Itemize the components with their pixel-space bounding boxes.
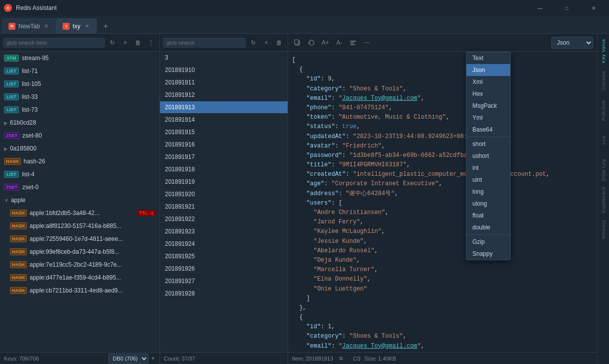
format-select[interactable]: Text Json Xml Hex MsgPack Yml Base64 sho… — [551, 37, 593, 49]
key-name: zset-80 — [22, 132, 155, 139]
member-item[interactable]: 201891917 — [160, 151, 288, 163]
member-item[interactable]: 201891919 — [160, 176, 288, 188]
format-option-msgpack[interactable]: MsgPack — [466, 100, 510, 112]
key-type-badge: STM — [4, 55, 19, 62]
delete-key-button[interactable]: 🗑 — [133, 37, 144, 48]
format-option-snappy[interactable]: Snappy — [466, 248, 510, 260]
member-item[interactable]: 201891916 — [160, 139, 288, 151]
format-option-gzip[interactable]: Gzip — [466, 236, 510, 248]
member-item[interactable]: 201891911 — [160, 76, 288, 89]
mid-add-button[interactable]: + — [261, 37, 272, 48]
member-item[interactable]: 201891912 — [160, 89, 288, 101]
member-item[interactable]: 201891922 — [160, 213, 288, 225]
format-option-int[interactable]: int — [466, 162, 510, 174]
format-option-double[interactable]: double — [466, 221, 510, 233]
list-item[interactable]: LIST list-4 — [0, 168, 159, 181]
menu-button[interactable] — [362, 37, 373, 48]
left-panel: ↻ + 🗑 ⋮ STM stream-95 LIST list-71 LIST … — [0, 34, 160, 364]
minimize-button[interactable]: — — [529, 0, 551, 16]
member-item[interactable]: 201891926 — [160, 263, 288, 275]
key-type-badge: ZSET — [4, 184, 19, 191]
key-type-badge: LIST — [4, 80, 19, 87]
member-item[interactable]: 201891921 — [160, 201, 288, 213]
refresh-content-button[interactable] — [306, 37, 317, 48]
font-increase-button[interactable]: A+ — [320, 37, 331, 48]
copy-button[interactable] — [292, 37, 303, 48]
group-item-apple[interactable]: ▼ apple — [0, 194, 159, 207]
member-item[interactable]: 3 — [160, 52, 288, 64]
group-item[interactable]: ▶ 61b0cd28 — [0, 116, 159, 129]
member-item[interactable]: 201891925 — [160, 250, 288, 263]
format-option-base64[interactable]: Base64 — [466, 124, 510, 136]
member-item[interactable]: 201891927 — [160, 275, 288, 288]
sidebar-pub-sub[interactable]: Pub/Sub — [598, 95, 609, 125]
format-option-uint[interactable]: uint — [466, 174, 510, 186]
member-item[interactable]: 201891910 — [160, 64, 288, 76]
group-item[interactable]: ▶ 0a185800 — [0, 142, 159, 155]
email-link[interactable]: Jacques_Toy@gmail.com — [342, 95, 417, 102]
sidebar-key-value[interactable]: Key Value — [598, 36, 609, 66]
format-toggle-button[interactable] — [348, 37, 359, 48]
format-option-ulong[interactable]: ulong — [466, 198, 510, 210]
sidebar-console[interactable]: Console — [598, 66, 609, 95]
list-item[interactable]: HASH apple:7e119cc5-2bc2-4189-9c7e... — [0, 258, 159, 271]
list-item[interactable]: HASH apple:d477e1ae-f359-4cd4-b895... — [0, 271, 159, 284]
sidebar-dashboard[interactable]: Dashboard — [598, 185, 609, 215]
tab-newtab[interactable]: N NewTab ✕ — [2, 18, 56, 33]
list-item[interactable]: LIST list-71 — [0, 65, 159, 77]
sidebar-memory[interactable]: Memory — [598, 215, 609, 244]
format-option-hex[interactable]: Hex — [466, 88, 510, 100]
list-item[interactable]: LIST list-33 — [0, 90, 159, 103]
svg-point-7 — [365, 42, 366, 43]
format-option-text[interactable]: Text — [466, 52, 510, 64]
member-item[interactable]: 201891915 — [160, 126, 288, 139]
format-option-ushort[interactable]: ushort — [466, 150, 510, 162]
sidebar-lua[interactable]: Lua — [598, 125, 609, 155]
format-option-json[interactable]: Json — [466, 64, 510, 76]
close-button[interactable]: ✕ — [582, 0, 605, 16]
copy-item-button[interactable]: ⧉ — [337, 355, 345, 363]
mid-refresh-button[interactable]: ↻ — [248, 37, 259, 48]
format-option-short[interactable]: short — [466, 138, 510, 150]
sidebar-slow-log[interactable]: Slow Log — [598, 155, 609, 185]
refresh-button[interactable]: ↻ — [107, 37, 118, 48]
list-item[interactable]: HASH apple:1bfd2db5-3a48-42... TTL: -1 — [0, 207, 159, 219]
list-item[interactable]: HASH apple:cb7211bd-3311-4ed8-aed9... — [0, 284, 159, 297]
tab-txy-label: txy — [73, 23, 80, 30]
list-item[interactable]: LIST list-73 — [0, 103, 159, 116]
format-option-xml[interactable]: Xml — [466, 76, 510, 88]
format-option-long[interactable]: long — [466, 186, 510, 198]
search-input[interactable] — [3, 38, 105, 48]
mid-delete-button[interactable]: 🗑 — [274, 37, 285, 48]
add-tab-button[interactable]: + — [99, 19, 113, 33]
list-item[interactable]: HASH apple:99ef8ceb-da73-447a-b5f8... — [0, 245, 159, 258]
list-item[interactable]: HASH apple:a8f81230-5157-416a-b885... — [0, 219, 159, 232]
member-item-selected[interactable]: 201891913 — [160, 101, 288, 114]
member-item[interactable]: 201891914 — [160, 114, 288, 126]
tab-newtab-close[interactable]: ✕ — [43, 23, 50, 30]
item-label: Item: 201891913 — [292, 356, 333, 362]
list-item[interactable]: LIST list-105 — [0, 77, 159, 90]
member-item[interactable]: 201891920 — [160, 188, 288, 201]
list-item[interactable]: STM stream-95 — [0, 52, 159, 65]
add-key-button[interactable]: + — [120, 37, 131, 48]
tab-txy-close[interactable]: ✕ — [83, 23, 90, 30]
more-options-button[interactable]: ⋮ — [146, 37, 156, 48]
list-item[interactable]: HASH apple:72559460-1e7d-4811-aeee... — [0, 232, 159, 245]
mid-search-input[interactable] — [163, 38, 246, 48]
member-item[interactable]: 201891923 — [160, 225, 288, 238]
email-link-2[interactable]: Jacques_Toy@gmail.com — [342, 343, 417, 350]
maximize-button[interactable]: □ — [555, 0, 578, 16]
font-decrease-button[interactable]: A- — [334, 37, 345, 48]
format-option-float[interactable]: float — [466, 210, 510, 221]
db-selector[interactable]: DB0 (706) — [108, 354, 149, 364]
member-item[interactable]: 201891918 — [160, 163, 288, 176]
format-option-yml[interactable]: Yml — [466, 112, 510, 124]
list-item[interactable]: ZSET zset-0 — [0, 181, 159, 194]
list-item[interactable]: ZSET zset-80 — [0, 129, 159, 142]
member-item[interactable]: 201891924 — [160, 238, 288, 250]
member-item[interactable]: 201891928 — [160, 288, 288, 300]
tab-txy[interactable]: t txy ✕ — [56, 18, 96, 33]
mid-panel: ↻ + 🗑 3 201891910 201891911 201891912 20… — [160, 34, 288, 364]
list-item[interactable]: HASH hash-26 — [0, 155, 159, 168]
